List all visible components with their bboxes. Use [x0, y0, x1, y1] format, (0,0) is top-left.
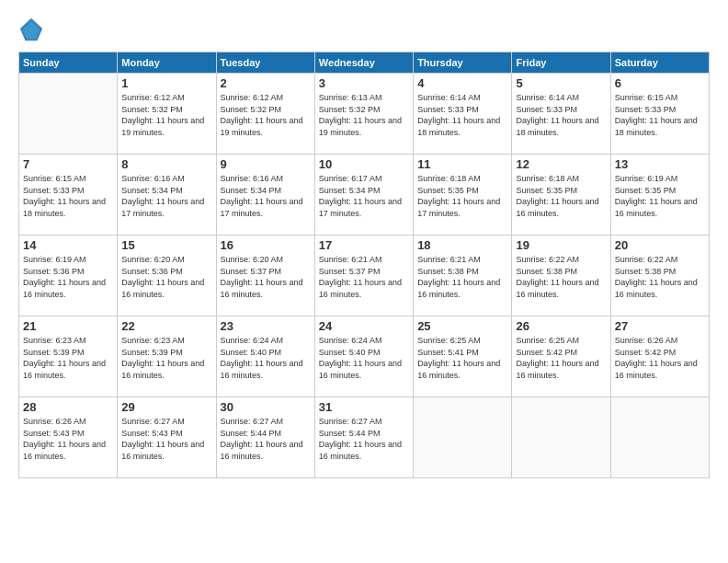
day-cell: 24Sunrise: 6:24 AMSunset: 5:40 PMDayligh…: [314, 316, 413, 397]
week-row-1: 1Sunrise: 6:12 AMSunset: 5:32 PMDaylight…: [19, 74, 710, 155]
day-cell: [414, 397, 512, 478]
day-info: Sunrise: 6:12 AMSunset: 5:32 PMDaylight:…: [121, 92, 211, 138]
weekday-monday: Monday: [118, 52, 216, 74]
day-cell: 31Sunrise: 6:27 AMSunset: 5:44 PMDayligh…: [314, 397, 413, 478]
day-cell: 4Sunrise: 6:14 AMSunset: 5:33 PMDaylight…: [414, 74, 512, 155]
day-number: 9: [221, 157, 311, 171]
day-cell: 23Sunrise: 6:24 AMSunset: 5:40 PMDayligh…: [216, 316, 314, 397]
weekday-saturday: Saturday: [610, 52, 709, 74]
page: SundayMondayTuesdayWednesdayThursdayFrid…: [0, 0, 728, 563]
weekday-friday: Friday: [512, 52, 610, 74]
day-info: Sunrise: 6:19 AMSunset: 5:36 PMDaylight:…: [23, 254, 113, 300]
day-info: Sunrise: 6:25 AMSunset: 5:42 PMDaylight:…: [516, 335, 606, 381]
day-number: 18: [417, 238, 507, 252]
day-number: 17: [319, 238, 409, 252]
day-number: 8: [121, 157, 211, 171]
day-cell: 26Sunrise: 6:25 AMSunset: 5:42 PMDayligh…: [512, 316, 610, 397]
day-info: Sunrise: 6:14 AMSunset: 5:33 PMDaylight:…: [417, 92, 507, 138]
day-info: Sunrise: 6:27 AMSunset: 5:43 PMDaylight:…: [121, 416, 211, 462]
day-cell: 1Sunrise: 6:12 AMSunset: 5:32 PMDaylight…: [118, 74, 216, 155]
day-info: Sunrise: 6:23 AMSunset: 5:39 PMDaylight:…: [23, 335, 113, 381]
day-cell: 12Sunrise: 6:18 AMSunset: 5:35 PMDayligh…: [512, 155, 610, 236]
day-number: 10: [319, 157, 409, 171]
day-number: 20: [615, 238, 705, 252]
day-cell: 20Sunrise: 6:22 AMSunset: 5:38 PMDayligh…: [610, 236, 709, 316]
week-row-5: 28Sunrise: 6:26 AMSunset: 5:43 PMDayligh…: [19, 397, 710, 478]
day-number: 29: [121, 400, 211, 414]
day-info: Sunrise: 6:18 AMSunset: 5:35 PMDaylight:…: [417, 173, 507, 219]
day-cell: 17Sunrise: 6:21 AMSunset: 5:37 PMDayligh…: [314, 236, 413, 316]
day-info: Sunrise: 6:25 AMSunset: 5:41 PMDaylight:…: [417, 335, 507, 381]
day-info: Sunrise: 6:17 AMSunset: 5:34 PMDaylight:…: [319, 173, 409, 219]
day-info: Sunrise: 6:16 AMSunset: 5:34 PMDaylight:…: [121, 173, 211, 219]
day-cell: 3Sunrise: 6:13 AMSunset: 5:32 PMDaylight…: [314, 74, 413, 155]
week-row-2: 7Sunrise: 6:15 AMSunset: 5:33 PMDaylight…: [19, 155, 710, 236]
day-cell: 19Sunrise: 6:22 AMSunset: 5:38 PMDayligh…: [512, 236, 610, 316]
day-number: 5: [516, 76, 606, 90]
day-cell: 25Sunrise: 6:25 AMSunset: 5:41 PMDayligh…: [414, 316, 512, 397]
day-number: 26: [516, 319, 606, 333]
day-cell: 10Sunrise: 6:17 AMSunset: 5:34 PMDayligh…: [314, 155, 413, 236]
day-number: 27: [615, 319, 705, 333]
day-info: Sunrise: 6:22 AMSunset: 5:38 PMDaylight:…: [615, 254, 705, 300]
day-info: Sunrise: 6:13 AMSunset: 5:32 PMDaylight:…: [319, 92, 409, 138]
day-info: Sunrise: 6:18 AMSunset: 5:35 PMDaylight:…: [516, 173, 606, 219]
weekday-tuesday: Tuesday: [216, 52, 314, 74]
day-number: 12: [516, 157, 606, 171]
day-number: 25: [417, 319, 507, 333]
calendar-table: SundayMondayTuesdayWednesdayThursdayFrid…: [18, 52, 710, 478]
day-cell: 16Sunrise: 6:20 AMSunset: 5:37 PMDayligh…: [216, 236, 314, 316]
day-info: Sunrise: 6:20 AMSunset: 5:37 PMDaylight:…: [221, 254, 311, 300]
day-cell: 6Sunrise: 6:15 AMSunset: 5:33 PMDaylight…: [610, 74, 709, 155]
day-cell: [512, 397, 610, 478]
day-info: Sunrise: 6:24 AMSunset: 5:40 PMDaylight:…: [319, 335, 409, 381]
day-cell: 2Sunrise: 6:12 AMSunset: 5:32 PMDaylight…: [216, 74, 314, 155]
week-row-4: 21Sunrise: 6:23 AMSunset: 5:39 PMDayligh…: [19, 316, 710, 397]
day-cell: 22Sunrise: 6:23 AMSunset: 5:39 PMDayligh…: [118, 316, 216, 397]
day-number: 13: [615, 157, 705, 171]
week-row-3: 14Sunrise: 6:19 AMSunset: 5:36 PMDayligh…: [19, 236, 710, 316]
day-info: Sunrise: 6:19 AMSunset: 5:35 PMDaylight:…: [615, 173, 705, 219]
day-cell: 14Sunrise: 6:19 AMSunset: 5:36 PMDayligh…: [19, 236, 118, 316]
day-cell: 30Sunrise: 6:27 AMSunset: 5:44 PMDayligh…: [216, 397, 314, 478]
day-cell: 18Sunrise: 6:21 AMSunset: 5:38 PMDayligh…: [414, 236, 512, 316]
day-number: 3: [319, 76, 409, 90]
day-number: 19: [516, 238, 606, 252]
day-cell: 15Sunrise: 6:20 AMSunset: 5:36 PMDayligh…: [118, 236, 216, 316]
day-number: 24: [319, 319, 409, 333]
day-number: 30: [221, 400, 311, 414]
weekday-wednesday: Wednesday: [314, 52, 413, 74]
day-cell: 21Sunrise: 6:23 AMSunset: 5:39 PMDayligh…: [19, 316, 118, 397]
day-number: 16: [221, 238, 311, 252]
day-info: Sunrise: 6:27 AMSunset: 5:44 PMDaylight:…: [319, 416, 409, 462]
day-info: Sunrise: 6:21 AMSunset: 5:38 PMDaylight:…: [417, 254, 507, 300]
day-cell: 8Sunrise: 6:16 AMSunset: 5:34 PMDaylight…: [118, 155, 216, 236]
day-number: 23: [221, 319, 311, 333]
day-cell: 11Sunrise: 6:18 AMSunset: 5:35 PMDayligh…: [414, 155, 512, 236]
day-number: 28: [23, 400, 113, 414]
day-number: 7: [23, 157, 113, 171]
day-info: Sunrise: 6:21 AMSunset: 5:37 PMDaylight:…: [319, 254, 409, 300]
day-number: 11: [417, 157, 507, 171]
day-info: Sunrise: 6:20 AMSunset: 5:36 PMDaylight:…: [121, 254, 211, 300]
weekday-header-row: SundayMondayTuesdayWednesdayThursdayFrid…: [19, 52, 710, 74]
day-number: 31: [319, 400, 409, 414]
day-info: Sunrise: 6:23 AMSunset: 5:39 PMDaylight:…: [121, 335, 211, 381]
day-cell: 29Sunrise: 6:27 AMSunset: 5:43 PMDayligh…: [118, 397, 216, 478]
day-cell: 7Sunrise: 6:15 AMSunset: 5:33 PMDaylight…: [19, 155, 118, 236]
day-info: Sunrise: 6:24 AMSunset: 5:40 PMDaylight:…: [221, 335, 311, 381]
day-info: Sunrise: 6:12 AMSunset: 5:32 PMDaylight:…: [221, 92, 311, 138]
weekday-sunday: Sunday: [19, 52, 118, 74]
day-number: 22: [121, 319, 211, 333]
weekday-thursday: Thursday: [414, 52, 512, 74]
day-number: 1: [121, 76, 211, 90]
day-cell: 28Sunrise: 6:26 AMSunset: 5:43 PMDayligh…: [19, 397, 118, 478]
day-cell: 5Sunrise: 6:14 AMSunset: 5:33 PMDaylight…: [512, 74, 610, 155]
day-info: Sunrise: 6:16 AMSunset: 5:34 PMDaylight:…: [221, 173, 311, 219]
day-info: Sunrise: 6:22 AMSunset: 5:38 PMDaylight:…: [516, 254, 606, 300]
day-number: 4: [417, 76, 507, 90]
day-info: Sunrise: 6:15 AMSunset: 5:33 PMDaylight:…: [615, 92, 705, 138]
day-cell: 27Sunrise: 6:26 AMSunset: 5:42 PMDayligh…: [610, 316, 709, 397]
day-number: 14: [23, 238, 113, 252]
day-cell: 9Sunrise: 6:16 AMSunset: 5:34 PMDaylight…: [216, 155, 314, 236]
